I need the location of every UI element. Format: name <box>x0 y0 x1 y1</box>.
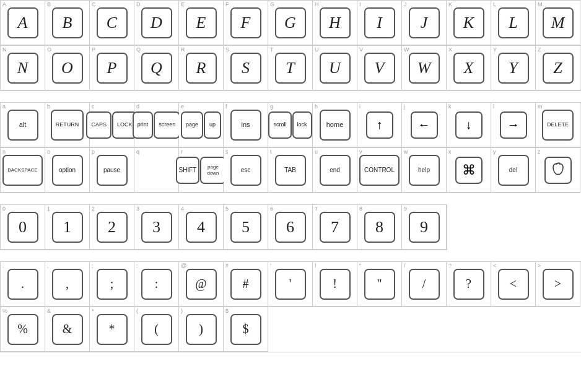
glyph-cell: OO <box>45 46 90 90</box>
glyph-cell: RR <box>179 46 224 90</box>
key-glyph: * <box>109 322 115 336</box>
cell-index: k <box>448 104 452 110</box>
cell-index: " <box>359 263 361 269</box>
glyph-cell: aalt <box>1 103 45 147</box>
glyph-cell: 33 <box>134 205 179 250</box>
key-glyph: 7 <box>331 218 339 237</box>
key-label: esc <box>241 167 251 174</box>
numbers-row: 00112233445566778899 <box>1 205 447 250</box>
cell-index: ; <box>92 263 94 269</box>
cell-index: 9 <box>404 206 407 212</box>
glyph-cell: XX <box>447 46 491 90</box>
key-glyph: W <box>417 59 431 77</box>
key-label: RETURN <box>56 121 79 128</box>
glyph-cell: x⌘ <box>447 148 491 193</box>
glyph-cell: 55 <box>224 205 268 250</box>
glyph-cell: j← <box>402 103 447 147</box>
cell-index: D <box>136 2 141 7</box>
cell-index: U <box>315 47 319 53</box>
key-label: print <box>138 121 149 128</box>
cell-index: O <box>47 47 51 53</box>
key-glyph: ? <box>466 277 471 291</box>
key-label: page <box>186 121 198 128</box>
cell-index: Q <box>136 47 141 53</box>
cell-index: F <box>225 2 229 7</box>
key-glyph: O <box>61 59 73 77</box>
key-glyph: Q <box>151 59 162 77</box>
cell-index: H <box>315 2 319 7</box>
cell-index: 0 <box>2 206 6 212</box>
key-glyph: H <box>329 14 341 32</box>
cell-index: & <box>47 308 51 314</box>
cell-index: i <box>359 104 360 110</box>
key-glyph: . <box>21 277 24 291</box>
cell-index: t <box>270 149 272 155</box>
key-glyph: $ <box>243 322 249 336</box>
key-glyph: ! <box>333 277 337 291</box>
cell-index: T <box>270 47 274 53</box>
key-label: SHIFT <box>179 167 197 174</box>
key-glyph: 4 <box>197 218 205 237</box>
glyph-cell: vCONTROL <box>357 148 402 193</box>
cell-index: w <box>404 149 408 155</box>
arrow-glyph: → <box>507 118 520 132</box>
glyph-cell: ZZ <box>536 46 580 90</box>
cell-index: M <box>538 2 543 7</box>
cell-index: y <box>493 149 496 155</box>
cell-index: > <box>538 263 541 269</box>
glyph-cell: YY <box>491 46 536 90</box>
cell-index: z <box>538 149 541 155</box>
cell-index: v <box>359 149 362 155</box>
key-label: DELETE <box>547 121 569 128</box>
glyph-cell: bRETURN <box>45 103 90 147</box>
key-glyph: ; <box>110 277 114 291</box>
cell-index: , <box>47 263 49 269</box>
glyph-cell: GG <box>268 1 313 45</box>
cell-index: P <box>92 47 95 53</box>
key-glyph: ' <box>289 277 292 291</box>
cell-index: l <box>493 104 494 110</box>
key-glyph: " <box>377 277 382 291</box>
glyph-cell: k↓ <box>447 103 491 147</box>
glyph-cell: tTAB <box>268 148 313 193</box>
cell-index: g <box>270 104 273 110</box>
glyph-cell: LL <box>491 1 536 45</box>
key-label: up <box>209 121 216 128</box>
glyph-cell: (( <box>134 307 179 352</box>
key-glyph: E <box>196 14 206 32</box>
glyph-cell: hhome <box>313 103 357 147</box>
glyph-cell: rSHIFTpage down <box>179 148 224 193</box>
glyph-cell: 11 <box>45 205 90 250</box>
cmd-glyph: ⌘ <box>462 162 476 178</box>
glyph-cell: && <box>45 307 90 352</box>
key-glyph: 0 <box>19 218 27 237</box>
glyph-cell: 44 <box>179 205 224 250</box>
key-label: pause <box>103 167 120 174</box>
key-label: scroll <box>273 121 286 128</box>
cell-index: K <box>448 2 452 7</box>
cell-index: r <box>181 149 183 155</box>
cell-index: 1 <box>47 206 50 212</box>
glyph-cell: 88 <box>357 205 402 250</box>
cell-index: 2 <box>92 206 95 212</box>
key-glyph: F <box>241 14 251 32</box>
glyph-cell: // <box>402 262 447 307</box>
glyph-cell: QQ <box>134 46 179 90</box>
key-label: help <box>418 167 430 174</box>
cell-index: G <box>270 2 274 7</box>
key-label: BACKSPACE <box>7 167 37 173</box>
key-glyph: S <box>242 59 250 77</box>
key-glyph: # <box>243 277 249 291</box>
glyph-cell: uend <box>313 148 357 193</box>
cell-index: # <box>225 263 229 269</box>
glyph-cell: fins <box>224 103 268 147</box>
key-label: alt <box>19 121 27 129</box>
cell-index: ? <box>448 263 452 269</box>
key-label: CONTROL <box>364 167 395 174</box>
cell-index: 5 <box>225 206 229 212</box>
key-glyph: X <box>464 59 474 77</box>
glyph-cell: HH <box>313 1 357 45</box>
glyph-cell: mDELETE <box>536 103 580 147</box>
glyph-cell: MM <box>536 1 580 45</box>
glyph-cell: PP <box>90 46 134 90</box>
